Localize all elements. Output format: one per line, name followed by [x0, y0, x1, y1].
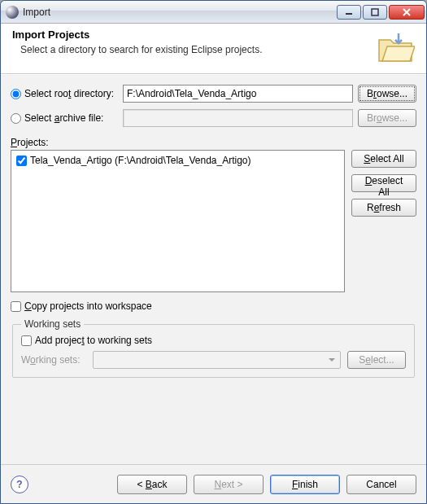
projects-listbox[interactable]: Tela_Venda_Artigo (F:\Android\Tela_Venda…	[11, 150, 345, 292]
working-sets-legend: Working sets	[21, 318, 84, 330]
working-sets-select-button: Select...	[347, 351, 406, 369]
working-sets-combo	[93, 351, 341, 369]
copy-projects-label: Copy projects into workspace	[24, 300, 152, 312]
root-directory-radio[interactable]	[11, 89, 21, 99]
deselect-all-button[interactable]: Deselect All	[351, 174, 416, 192]
window-controls	[337, 5, 425, 20]
browse-archive-button: Browse...	[358, 109, 416, 127]
projects-side-buttons: Select All Deselect All Refresh	[351, 150, 416, 292]
select-all-button[interactable]: Select All	[351, 150, 416, 168]
archive-file-radio[interactable]	[11, 113, 21, 124]
working-sets-combo-label: Working sets:	[21, 354, 86, 366]
minimize-button[interactable]	[337, 5, 361, 20]
app-icon	[6, 6, 19, 19]
browse-root-button[interactable]: Browse...	[358, 85, 416, 103]
title-bar[interactable]: Import	[1, 1, 426, 24]
root-directory-input[interactable]	[123, 85, 353, 103]
help-button[interactable]: ?	[11, 476, 28, 493]
wizard-footer: ? < Back Next > Finish Cancel	[1, 464, 426, 503]
root-directory-row: Select root directory: Browse...	[11, 85, 416, 103]
project-checkbox[interactable]	[16, 156, 27, 166]
next-button: Next >	[194, 475, 264, 494]
list-item[interactable]: Tela_Venda_Artigo (F:\Android\Tela_Venda…	[16, 154, 339, 167]
projects-area: Tela_Venda_Artigo (F:\Android\Tela_Venda…	[11, 150, 416, 292]
root-directory-radio-label[interactable]: Select root directory:	[11, 88, 118, 99]
content-area: Select root directory: Browse... Select …	[1, 74, 426, 464]
archive-file-input	[123, 109, 353, 127]
folder-import-icon	[376, 28, 415, 68]
refresh-button[interactable]: Refresh	[351, 199, 416, 217]
svg-rect-1	[372, 9, 378, 15]
finish-button[interactable]: Finish	[270, 475, 340, 494]
working-sets-group: Working sets Add project to working sets…	[12, 318, 415, 378]
banner-subtext: Select a directory to search for existin…	[20, 44, 415, 55]
working-sets-select-row: Working sets: Select...	[21, 351, 406, 369]
banner-heading: Import Projects	[12, 28, 415, 41]
add-working-sets-row[interactable]: Add project to working sets	[21, 335, 406, 346]
import-dialog: Import Import Projects Select a director…	[0, 0, 427, 504]
copy-projects-checkbox[interactable]	[11, 301, 21, 312]
window-title: Import	[23, 7, 337, 18]
back-button[interactable]: < Back	[117, 475, 187, 494]
root-directory-label-text: Select root directory:	[24, 88, 114, 99]
add-working-sets-label: Add project to working sets	[35, 335, 152, 346]
close-button[interactable]	[389, 5, 425, 20]
archive-file-radio-label[interactable]: Select archive file:	[11, 112, 118, 124]
copy-projects-row[interactable]: Copy projects into workspace	[11, 300, 416, 312]
wizard-banner: Import Projects Select a directory to se…	[1, 24, 426, 74]
maximize-button[interactable]	[363, 5, 387, 20]
archive-file-row: Select archive file: Browse...	[11, 109, 416, 127]
archive-file-label-text: Select archive file:	[24, 112, 103, 124]
projects-label: Projects:	[11, 137, 416, 148]
project-label: Tela_Venda_Artigo (F:\Android\Tela_Venda…	[30, 155, 251, 166]
add-working-sets-checkbox[interactable]	[21, 335, 32, 346]
cancel-button[interactable]: Cancel	[346, 475, 416, 494]
